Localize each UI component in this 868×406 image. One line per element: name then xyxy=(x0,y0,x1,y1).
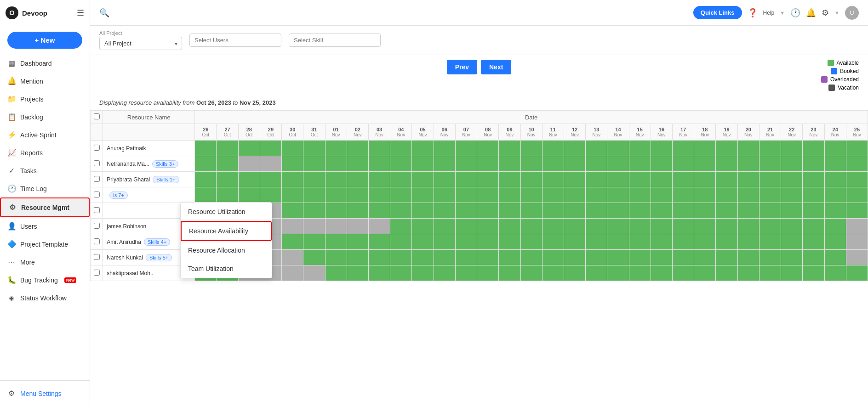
bell-icon[interactable]: 🔔 xyxy=(806,8,816,18)
quick-links-button[interactable]: Quick Links xyxy=(693,6,742,19)
day-cell xyxy=(282,265,303,281)
sidebar-item-label-tasks: Tasks xyxy=(20,167,37,175)
row-checkbox[interactable] xyxy=(94,254,100,260)
day-cell xyxy=(368,265,390,281)
resource-name: Anurag Pattnaik xyxy=(107,145,146,152)
skill-badge[interactable]: Skills 5+ xyxy=(146,254,172,261)
sidebar-item-time-log[interactable]: 🕐Time Log xyxy=(0,180,90,197)
day-cell xyxy=(499,234,520,250)
day-cell xyxy=(673,187,694,203)
day-cell xyxy=(694,141,716,156)
project-select[interactable]: All Project xyxy=(99,37,182,50)
hamburger-icon[interactable]: ☰ xyxy=(77,8,84,18)
day-cell xyxy=(824,172,846,187)
sidebar-item-backlog[interactable]: 📋Backlog xyxy=(0,108,90,126)
dropdown-item-resource-availability[interactable]: Resource Availability xyxy=(181,221,272,241)
day-cell xyxy=(651,203,672,219)
new-button[interactable]: + New xyxy=(7,32,82,49)
day-cell xyxy=(607,234,629,250)
th-day-20: 15Nov xyxy=(629,124,651,141)
sidebar-item-users[interactable]: 👤Users xyxy=(0,217,90,235)
settings-icon[interactable]: ⚙ xyxy=(822,8,829,18)
select-all-checkbox[interactable] xyxy=(94,113,100,119)
sidebar-item-tasks[interactable]: ✓Tasks xyxy=(0,162,90,180)
avatar[interactable]: U xyxy=(845,6,859,20)
clock-icon[interactable]: 🕐 xyxy=(790,8,800,18)
sidebar-nav: ▦Dashboard🔔Mention📁Projects📋Backlog⚡Acti… xyxy=(0,54,90,380)
row-checkbox[interactable] xyxy=(94,270,100,276)
filter-bar: All Project All Project xyxy=(90,26,868,55)
day-cell xyxy=(520,203,542,219)
day-cell xyxy=(651,141,672,156)
row-checkbox[interactable] xyxy=(94,238,100,244)
day-cell xyxy=(824,219,846,234)
skill-badge[interactable]: Skills 1+ xyxy=(153,176,179,183)
day-cell xyxy=(629,265,651,281)
day-cell xyxy=(716,250,737,265)
day-cell xyxy=(325,250,347,265)
day-cell xyxy=(325,265,347,281)
day-cell xyxy=(759,172,781,187)
sidebar-item-projects[interactable]: 📁Projects xyxy=(0,90,90,108)
row-checkbox[interactable] xyxy=(94,192,100,197)
day-cell xyxy=(347,203,368,219)
row-checkbox-cell xyxy=(91,219,103,234)
day-cell xyxy=(629,172,651,187)
prev-button[interactable]: Prev xyxy=(447,60,477,74)
th-day-6: 01Nov xyxy=(325,124,347,141)
row-checkbox[interactable] xyxy=(94,145,100,151)
day-cell xyxy=(846,203,868,219)
row-checkbox[interactable] xyxy=(94,160,100,166)
dropdown-item-resource-allocation[interactable]: Resource Allocation xyxy=(181,241,272,259)
help-icon[interactable]: ❓ xyxy=(748,8,758,18)
sidebar-item-label-users: Users xyxy=(20,223,37,230)
resource-name-cell: ls 7+ xyxy=(103,187,195,203)
day-cell xyxy=(629,234,651,250)
day-cell xyxy=(282,141,303,156)
sidebar-item-label-mention: Mention xyxy=(20,78,43,85)
search-icon[interactable]: 🔍 xyxy=(99,8,109,18)
logo-icon: O xyxy=(6,6,18,19)
next-button[interactable]: Next xyxy=(481,60,511,74)
day-cell xyxy=(347,219,368,234)
day-cell xyxy=(716,203,737,219)
day-cell xyxy=(412,265,434,281)
day-cell xyxy=(803,234,824,250)
sidebar-item-mention[interactable]: 🔔Mention xyxy=(0,72,90,90)
sidebar-item-more[interactable]: ⋯More xyxy=(0,253,90,271)
dropdown-item-resource-utilization[interactable]: Resource Utilization xyxy=(181,203,272,221)
day-cell xyxy=(412,187,434,203)
row-checkbox[interactable] xyxy=(94,223,100,229)
resource-mgmt-icon: ⚙ xyxy=(8,203,17,212)
day-cell xyxy=(586,219,607,234)
skill-badge[interactable]: Skills 4+ xyxy=(144,238,170,246)
project-filter-group: All Project All Project xyxy=(99,30,182,50)
th-day-22: 17Nov xyxy=(673,124,694,141)
dropdown-item-team-utilization[interactable]: Team Utilization xyxy=(181,259,272,278)
sidebar-item-dashboard[interactable]: ▦Dashboard xyxy=(0,54,90,72)
day-cell xyxy=(282,219,303,234)
day-cell xyxy=(499,250,520,265)
row-checkbox[interactable] xyxy=(94,176,100,182)
sidebar-item-resource-mgmt[interactable]: ⚙Resource Mgmt xyxy=(0,197,90,217)
skill-filter-input[interactable] xyxy=(289,34,381,47)
skill-badge[interactable]: Skills 3+ xyxy=(152,160,178,168)
day-cell xyxy=(737,234,759,250)
sidebar-item-bug-tracking[interactable]: 🐛Bug TrackingNew xyxy=(0,271,90,289)
users-filter-input[interactable] xyxy=(189,34,281,47)
day-cell xyxy=(564,141,585,156)
sidebar-item-menu-settings[interactable]: ⚙ Menu Settings xyxy=(0,384,90,402)
sidebar-item-reports[interactable]: 📈Reports xyxy=(0,144,90,162)
row-checkbox[interactable] xyxy=(94,207,100,213)
sidebar-item-status-workflow[interactable]: ◈Status Workflow xyxy=(0,289,90,307)
day-cell xyxy=(759,219,781,234)
sidebar-item-active-sprint[interactable]: ⚡Active Sprint xyxy=(0,126,90,144)
day-cell xyxy=(629,219,651,234)
sidebar-item-project-template[interactable]: 🔷Project Template xyxy=(0,235,90,253)
day-cell xyxy=(434,203,455,219)
day-cell xyxy=(542,187,564,203)
day-cell xyxy=(824,156,846,172)
day-cell xyxy=(586,234,607,250)
legend-label-booked: Booked xyxy=(840,68,859,74)
skill-badge[interactable]: ls 7+ xyxy=(109,192,128,199)
